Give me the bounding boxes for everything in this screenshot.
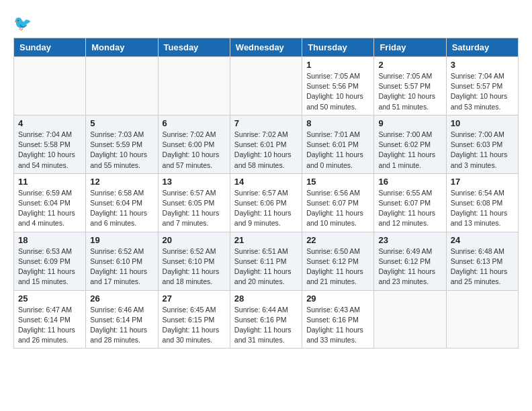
calendar-week-row: 18Sunrise: 6:53 AMSunset: 6:09 PMDayligh… [14, 232, 519, 290]
day-number: 5 [90, 118, 153, 128]
day-number: 25 [18, 293, 81, 304]
day-number: 1 [306, 60, 369, 70]
day-number: 18 [18, 235, 81, 245]
day-number: 9 [378, 118, 441, 128]
day-info: Sunrise: 6:54 AMSunset: 6:08 PMDaylight:… [451, 188, 514, 229]
calendar-day-cell: 3Sunrise: 7:04 AMSunset: 5:57 PMDaylight… [446, 57, 518, 116]
day-number: 16 [378, 177, 441, 187]
day-info: Sunrise: 6:57 AMSunset: 6:06 PMDaylight:… [234, 188, 298, 229]
calendar-day-cell: 25Sunrise: 6:47 AMSunset: 6:14 PMDayligh… [14, 290, 86, 349]
calendar-day-cell: 16Sunrise: 6:55 AMSunset: 6:07 PMDayligh… [374, 173, 446, 232]
calendar-day-cell: 8Sunrise: 7:01 AMSunset: 6:01 PMDaylight… [302, 115, 374, 173]
calendar-week-row: 4Sunrise: 7:04 AMSunset: 5:58 PMDaylight… [14, 115, 519, 173]
day-info: Sunrise: 6:50 AMSunset: 6:12 PMDaylight:… [306, 246, 369, 287]
calendar-week-row: 25Sunrise: 6:47 AMSunset: 6:14 PMDayligh… [14, 290, 519, 349]
day-number: 28 [234, 293, 298, 304]
calendar-day-cell: 7Sunrise: 7:02 AMSunset: 6:01 PMDaylight… [230, 115, 302, 173]
day-info: Sunrise: 6:47 AMSunset: 6:14 PMDaylight:… [18, 305, 81, 346]
day-info: Sunrise: 6:45 AMSunset: 6:15 PMDaylight:… [163, 305, 226, 346]
day-info: Sunrise: 6:55 AMSunset: 6:07 PMDaylight:… [378, 188, 441, 229]
day-number: 13 [163, 177, 226, 187]
day-info: Sunrise: 7:03 AMSunset: 5:59 PMDaylight:… [90, 130, 153, 171]
day-info: Sunrise: 6:51 AMSunset: 6:11 PMDaylight:… [234, 246, 298, 287]
calendar-day-cell: 24Sunrise: 6:48 AMSunset: 6:13 PMDayligh… [446, 232, 518, 290]
day-number: 8 [306, 118, 369, 128]
page-header: 🐦 [13, 13, 519, 32]
weekday-header-monday: Monday [86, 38, 158, 57]
day-info: Sunrise: 7:05 AMSunset: 5:57 PMDaylight:… [378, 71, 441, 112]
day-info: Sunrise: 6:57 AMSunset: 6:05 PMDaylight:… [163, 188, 226, 229]
weekday-header-saturday: Saturday [446, 38, 518, 57]
day-number: 3 [451, 60, 514, 70]
calendar-day-cell: 19Sunrise: 6:52 AMSunset: 6:10 PMDayligh… [86, 232, 158, 290]
calendar-table: SundayMondayTuesdayWednesdayThursdayFrid… [13, 38, 519, 349]
weekday-header-thursday: Thursday [302, 38, 374, 57]
calendar-day-cell [86, 57, 158, 116]
calendar-day-cell: 15Sunrise: 6:56 AMSunset: 6:07 PMDayligh… [302, 173, 374, 232]
day-number: 7 [234, 118, 298, 128]
day-number: 27 [163, 293, 226, 304]
calendar-day-cell: 10Sunrise: 7:00 AMSunset: 6:03 PMDayligh… [446, 115, 518, 173]
svg-text:🐦: 🐦 [13, 14, 32, 32]
calendar-day-cell: 1Sunrise: 7:05 AMSunset: 5:56 PMDaylight… [302, 57, 374, 116]
day-info: Sunrise: 6:58 AMSunset: 6:04 PMDaylight:… [90, 188, 153, 229]
calendar-day-cell: 17Sunrise: 6:54 AMSunset: 6:08 PMDayligh… [446, 173, 518, 232]
calendar-day-cell: 12Sunrise: 6:58 AMSunset: 6:04 PMDayligh… [86, 173, 158, 232]
calendar-day-cell: 26Sunrise: 6:46 AMSunset: 6:14 PMDayligh… [86, 290, 158, 349]
calendar-day-cell: 23Sunrise: 6:49 AMSunset: 6:12 PMDayligh… [374, 232, 446, 290]
day-number: 6 [163, 118, 226, 128]
weekday-header-tuesday: Tuesday [158, 38, 230, 57]
day-info: Sunrise: 7:00 AMSunset: 6:03 PMDaylight:… [451, 130, 514, 171]
calendar-day-cell: 29Sunrise: 6:43 AMSunset: 6:16 PMDayligh… [302, 290, 374, 349]
day-number: 12 [90, 177, 153, 187]
calendar-week-row: 1Sunrise: 7:05 AMSunset: 5:56 PMDaylight… [14, 57, 519, 116]
calendar-day-cell: 22Sunrise: 6:50 AMSunset: 6:12 PMDayligh… [302, 232, 374, 290]
calendar-day-cell: 4Sunrise: 7:04 AMSunset: 5:58 PMDaylight… [14, 115, 86, 173]
day-info: Sunrise: 7:02 AMSunset: 6:00 PMDaylight:… [163, 130, 226, 171]
day-number: 2 [378, 60, 441, 70]
calendar-day-cell: 5Sunrise: 7:03 AMSunset: 5:59 PMDaylight… [86, 115, 158, 173]
day-number: 14 [234, 177, 298, 187]
day-info: Sunrise: 6:59 AMSunset: 6:04 PMDaylight:… [18, 188, 81, 229]
calendar-day-cell: 2Sunrise: 7:05 AMSunset: 5:57 PMDaylight… [374, 57, 446, 116]
logo-icon: 🐦 [13, 13, 32, 32]
calendar-day-cell: 14Sunrise: 6:57 AMSunset: 6:06 PMDayligh… [230, 173, 302, 232]
day-number: 22 [306, 235, 369, 245]
day-info: Sunrise: 7:00 AMSunset: 6:02 PMDaylight:… [378, 130, 441, 171]
calendar-day-cell: 11Sunrise: 6:59 AMSunset: 6:04 PMDayligh… [14, 173, 86, 232]
day-number: 24 [451, 235, 514, 245]
calendar-day-cell [374, 290, 446, 349]
calendar-day-cell [158, 57, 230, 116]
day-info: Sunrise: 6:56 AMSunset: 6:07 PMDaylight:… [306, 188, 369, 229]
day-info: Sunrise: 6:48 AMSunset: 6:13 PMDaylight:… [451, 246, 514, 287]
day-info: Sunrise: 7:05 AMSunset: 5:56 PMDaylight:… [306, 71, 369, 112]
day-number: 29 [306, 293, 369, 304]
day-number: 23 [378, 235, 441, 245]
calendar-day-cell: 18Sunrise: 6:53 AMSunset: 6:09 PMDayligh… [14, 232, 86, 290]
day-number: 10 [451, 118, 514, 128]
day-info: Sunrise: 6:52 AMSunset: 6:10 PMDaylight:… [90, 246, 153, 287]
day-number: 15 [306, 177, 369, 187]
calendar-day-cell: 9Sunrise: 7:00 AMSunset: 6:02 PMDaylight… [374, 115, 446, 173]
calendar-week-row: 11Sunrise: 6:59 AMSunset: 6:04 PMDayligh… [14, 173, 519, 232]
day-number: 19 [90, 235, 153, 245]
day-info: Sunrise: 6:52 AMSunset: 6:10 PMDaylight:… [163, 246, 226, 287]
day-info: Sunrise: 6:49 AMSunset: 6:12 PMDaylight:… [378, 246, 441, 287]
day-info: Sunrise: 6:44 AMSunset: 6:16 PMDaylight:… [234, 305, 298, 346]
weekday-header-friday: Friday [374, 38, 446, 57]
day-number: 4 [18, 118, 81, 128]
day-info: Sunrise: 6:43 AMSunset: 6:16 PMDaylight:… [306, 305, 369, 346]
weekday-header-wednesday: Wednesday [230, 38, 302, 57]
day-info: Sunrise: 6:46 AMSunset: 6:14 PMDaylight:… [90, 305, 153, 346]
calendar-day-cell: 21Sunrise: 6:51 AMSunset: 6:11 PMDayligh… [230, 232, 302, 290]
calendar-day-cell [446, 290, 518, 349]
day-info: Sunrise: 7:02 AMSunset: 6:01 PMDaylight:… [234, 130, 298, 171]
calendar-day-cell [14, 57, 86, 116]
day-info: Sunrise: 7:04 AMSunset: 5:58 PMDaylight:… [18, 130, 81, 171]
calendar-day-cell: 13Sunrise: 6:57 AMSunset: 6:05 PMDayligh… [158, 173, 230, 232]
weekday-header-sunday: Sunday [14, 38, 86, 57]
day-info: Sunrise: 7:01 AMSunset: 6:01 PMDaylight:… [306, 130, 369, 171]
day-number: 20 [163, 235, 226, 245]
logo: 🐦 [13, 13, 35, 32]
day-number: 26 [90, 293, 153, 304]
